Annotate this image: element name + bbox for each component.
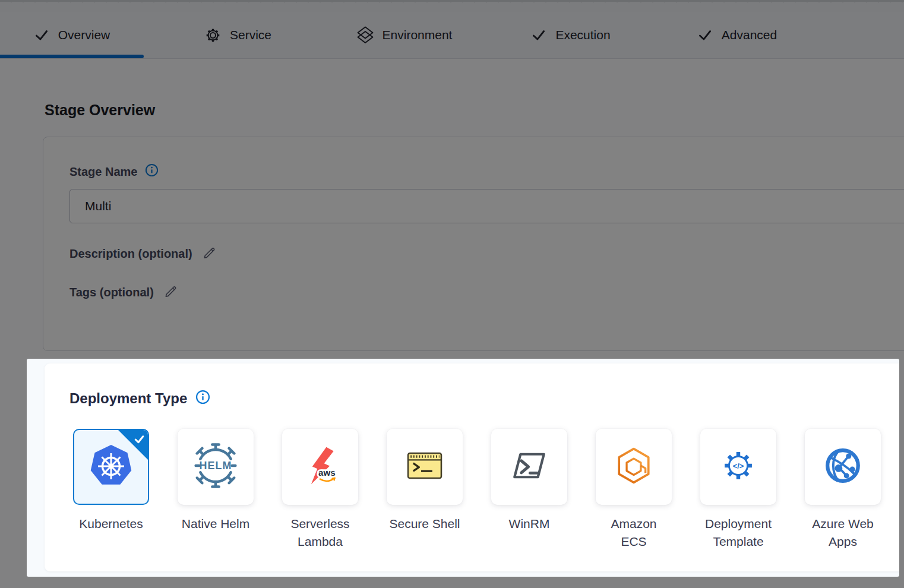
deployment-option-amazon-ecs-item: Amazon ECS (596, 429, 672, 551)
svg-text:HELM: HELM (200, 460, 232, 472)
tab-service[interactable]: Service (166, 12, 310, 58)
serverless-lambda-icon: aws (300, 445, 340, 488)
deployment-option-label: Kubernetes (58, 515, 165, 533)
stage-overview-card: Stage Name Description (optional) Tags (… (43, 137, 904, 351)
deployment-option-winrm[interactable] (491, 429, 567, 505)
tab-execution[interactable]: Execution (499, 12, 643, 58)
deployment-option-native-helm-item: HELM Native Helm (178, 429, 254, 551)
winrm-icon (510, 446, 549, 488)
deployment-option-deployment-template[interactable]: </> (700, 429, 776, 505)
deployment-option-serverless-lambda-item: aws Serverless Lambda (282, 429, 358, 551)
amazon-ecs-icon (614, 446, 653, 488)
deployment-option-serverless-lambda[interactable]: aws (282, 429, 358, 505)
deployment-option-label: Secure Shell (371, 515, 478, 533)
kubernetes-icon (88, 443, 134, 491)
helm-icon: HELM (192, 442, 239, 491)
svg-text:aws: aws (318, 467, 336, 478)
tab-execution-label: Execution (555, 28, 610, 42)
deployment-option-secure-shell[interactable] (387, 429, 463, 505)
deployment-type-options: Kubernetes (73, 429, 881, 551)
secure-shell-icon (405, 446, 444, 488)
active-tab-underline (0, 55, 144, 58)
info-icon[interactable] (145, 163, 159, 180)
deployment-type-title: Deployment Type (69, 390, 187, 407)
gear-icon (205, 27, 221, 43)
deployment-type-spotlight: Deployment Type (27, 359, 899, 577)
info-icon[interactable] (195, 390, 210, 407)
deployment-option-azure-web-apps[interactable] (805, 429, 881, 505)
deployment-option-azure-web-apps-item: Azure Web Apps (805, 429, 881, 551)
description-label: Description (optional) (69, 247, 192, 261)
tab-overview[interactable]: Overview (0, 12, 144, 58)
deployment-option-label: Amazon ECS (580, 515, 687, 551)
edit-pencil-icon[interactable] (202, 244, 218, 263)
deployment-option-deployment-template-item: </> Deployment Template (700, 429, 776, 551)
deployment-option-kubernetes-item: Kubernetes (73, 429, 149, 551)
deployment-option-label: WinRM (476, 515, 583, 533)
deployment-option-label: Deployment Template (685, 515, 792, 551)
tab-overview-label: Overview (58, 28, 110, 42)
deployment-option-native-helm[interactable]: HELM (178, 429, 254, 505)
deployment-option-label: Azure Web Apps (789, 515, 896, 551)
tags-label: Tags (optional) (69, 286, 154, 299)
deployment-option-secure-shell-item: Secure Shell (387, 429, 463, 551)
deployment-type-card: Deployment Type (45, 363, 899, 571)
check-icon (697, 27, 713, 43)
edit-pencil-icon[interactable] (163, 283, 179, 302)
deployment-option-winrm-item: WinRM (491, 429, 567, 551)
tab-advanced-label: Advanced (722, 28, 777, 42)
deployment-option-amazon-ecs[interactable] (596, 429, 672, 505)
deployment-option-kubernetes[interactable] (73, 429, 149, 505)
deployment-option-label: Serverless Lambda (267, 515, 374, 551)
tab-service-label: Service (230, 28, 271, 42)
tab-environment-label: Environment (383, 28, 453, 42)
stage-tabbar: Overview Service Environment (0, 12, 904, 59)
stage-name-input[interactable] (69, 189, 904, 223)
tab-advanced[interactable]: Advanced (665, 12, 809, 58)
tab-environment[interactable]: Environment (333, 12, 476, 58)
deployment-option-label: Native Helm (162, 515, 269, 533)
pipeline-canvas-dots (0, 0, 904, 12)
azure-web-apps-icon (824, 447, 862, 487)
page-title: Stage Overview (45, 102, 155, 119)
stage-name-label: Stage Name (69, 165, 138, 179)
check-icon (531, 27, 546, 43)
svg-text:</>: </> (733, 461, 744, 470)
check-icon (34, 27, 49, 43)
deployment-template-icon: </> (719, 446, 758, 488)
layers-icon (357, 26, 374, 44)
